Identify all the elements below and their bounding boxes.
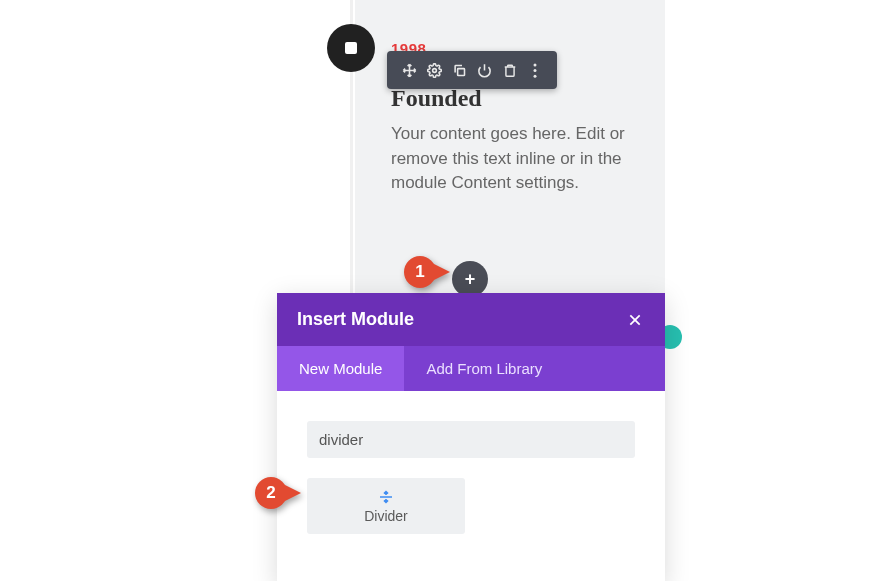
add-module-button[interactable]: + [452,261,488,297]
move-icon[interactable] [401,61,419,79]
divider-icon [315,490,457,504]
close-icon[interactable] [625,310,645,330]
more-icon[interactable] [526,61,544,79]
settings-icon[interactable] [426,61,444,79]
annotation-callout-1: 1 [404,256,450,288]
duplicate-icon[interactable] [451,61,469,79]
tab-new-module[interactable]: New Module [277,346,404,391]
annotation-callout-2: 2 [255,477,301,509]
modal-title: Insert Module [297,309,414,330]
callout-number: 1 [415,262,424,282]
svg-point-0 [433,68,437,72]
svg-point-4 [533,69,536,72]
svg-point-5 [533,74,536,77]
search-input[interactable] [307,421,635,458]
module-heading: Founded [391,85,625,112]
power-icon[interactable] [476,61,494,79]
svg-rect-1 [458,68,465,75]
module-body-text: Your content goes here. Edit or remove t… [391,122,625,196]
content-module[interactable]: 1998 Founded Your content goes here. Edi… [355,0,665,296]
modal-tabs: New Module Add From Library [277,346,665,391]
callout-number: 2 [266,483,275,503]
module-tile-label: Divider [315,508,457,524]
svg-point-3 [533,63,536,66]
module-toolbar [387,51,557,89]
timeline-marker [327,24,375,72]
tab-add-from-library[interactable]: Add From Library [404,346,564,391]
module-tile-divider[interactable]: Divider [307,478,465,534]
modal-body: Divider [277,391,665,581]
delete-icon[interactable] [501,61,519,79]
insert-module-modal: Insert Module New Module Add From Librar… [277,293,665,581]
plus-icon: + [465,269,476,290]
modal-header: Insert Module [277,293,665,346]
